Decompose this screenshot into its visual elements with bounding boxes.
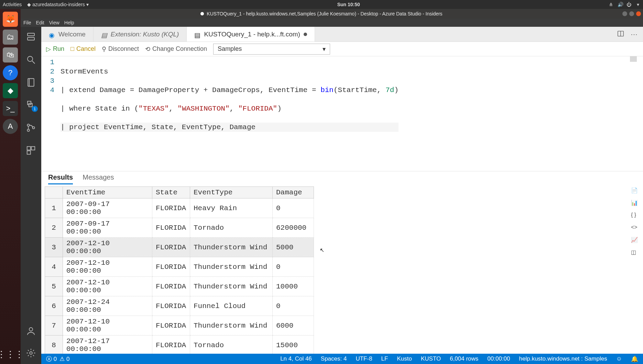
- cell-eventtime[interactable]: 2007-09-17 00:00:00: [63, 198, 152, 218]
- chart-icon[interactable]: 📈: [631, 237, 639, 244]
- cell-state[interactable]: FLORIDA: [152, 218, 190, 238]
- cell-state[interactable]: FLORIDA: [152, 296, 190, 316]
- menu-file[interactable]: File: [23, 20, 31, 25]
- status-warnings[interactable]: ⚠ 0: [59, 355, 69, 363]
- cell-damage[interactable]: 6000: [273, 316, 314, 335]
- cell-eventtime[interactable]: 2007-12-10 00:00:00: [63, 238, 152, 257]
- power-icon[interactable]: ⏻: [626, 2, 631, 7]
- status-language[interactable]: Kusto: [397, 355, 412, 362]
- cell-eventtype[interactable]: Thunderstorm Wind: [190, 277, 273, 296]
- explorer-icon[interactable]: 1: [25, 99, 37, 111]
- cell-eventtype[interactable]: Funnel Cloud: [190, 296, 273, 316]
- cell-state[interactable]: FLORIDA: [152, 198, 190, 218]
- cell-damage[interactable]: 0: [273, 198, 314, 218]
- cell-damage[interactable]: 15000: [273, 335, 314, 354]
- app-menu[interactable]: ◆ azuredatastudio-insiders ▾: [27, 2, 88, 7]
- panel-caret-icon[interactable]: ▾: [635, 2, 640, 7]
- visualizer-icon[interactable]: ◫: [631, 249, 639, 257]
- cell-eventtime[interactable]: 2007-12-10 00:00:00: [63, 316, 152, 335]
- cell-eventtype[interactable]: Thunderstorm Wind: [190, 238, 273, 257]
- search-icon[interactable]: [25, 54, 37, 66]
- table-row[interactable]: 22007-09-17 00:00:00FLORIDATornado620000…: [45, 218, 314, 238]
- cell-eventtype[interactable]: Heavy Rain: [190, 198, 273, 218]
- notebooks-icon[interactable]: [25, 76, 37, 89]
- table-row[interactable]: 32007-12-10 00:00:00FLORIDAThunderstorm …: [45, 238, 314, 257]
- cell-damage[interactable]: 10000: [273, 277, 314, 296]
- status-indent[interactable]: Spaces: 4: [321, 355, 347, 362]
- status-encoding[interactable]: UTF-8: [356, 355, 372, 362]
- cell-eventtime[interactable]: 2007-12-17 00:00:00: [63, 335, 152, 354]
- status-eol[interactable]: LF: [381, 355, 388, 362]
- window-minimize-button[interactable]: [622, 11, 627, 16]
- results-grid-wrap[interactable]: EventTime State EventType Damage 12007-0…: [41, 184, 314, 354]
- menu-help[interactable]: Help: [64, 20, 74, 25]
- table-row[interactable]: 72007-12-10 00:00:00FLORIDAThunderstorm …: [45, 316, 314, 335]
- table-row[interactable]: 62007-12-24 00:00:00FLORIDAFunnel Cloud0: [45, 296, 314, 316]
- dock-updater[interactable]: A: [3, 119, 18, 134]
- table-row[interactable]: 12007-09-17 00:00:00FLORIDAHeavy Rain0: [45, 198, 314, 218]
- cell-eventtime[interactable]: 2007-12-10 00:00:00: [63, 257, 152, 277]
- servers-icon[interactable]: [25, 31, 37, 43]
- minimap[interactable]: [630, 56, 637, 62]
- window-maximize-button[interactable]: [629, 11, 634, 16]
- cell-eventtime[interactable]: 2007-12-10 00:00:00: [63, 277, 152, 296]
- status-bell-icon[interactable]: 🔔: [631, 355, 638, 363]
- status-errors[interactable]: ⓧ 0: [46, 355, 57, 363]
- dock-files[interactable]: 🗂: [3, 30, 18, 45]
- results-tab-results[interactable]: Results: [48, 173, 73, 184]
- dock-terminal[interactable]: >_: [3, 101, 18, 116]
- column-header-damage[interactable]: Damage: [273, 187, 314, 198]
- results-tab-messages[interactable]: Messages: [83, 173, 114, 184]
- dock-azure-data-studio[interactable]: ◆: [3, 83, 18, 98]
- tab-kusto-query[interactable]: ▤ KUSTOQuery_1 - help.k...ft.com): [187, 27, 315, 42]
- code-editor[interactable]: 1234 StormEvents | extend Damage = Damag…: [41, 56, 643, 171]
- settings-gear-icon[interactable]: [25, 347, 37, 359]
- table-row[interactable]: 42007-12-10 00:00:00FLORIDAThunderstorm …: [45, 257, 314, 277]
- status-cursor[interactable]: Ln 4, Col 46: [280, 355, 312, 362]
- panel-clock[interactable]: Sun 10:50: [89, 2, 609, 7]
- table-row[interactable]: 82007-12-17 00:00:00FLORIDATornado15000: [45, 335, 314, 354]
- cell-damage[interactable]: 6200000: [273, 218, 314, 238]
- menu-edit[interactable]: Edit: [36, 20, 44, 25]
- status-mode[interactable]: KUSTO: [421, 355, 441, 362]
- save-csv-icon[interactable]: 📄: [631, 187, 639, 195]
- save-excel-icon[interactable]: 📊: [631, 200, 639, 207]
- cancel-button[interactable]: □ Cancel: [70, 45, 96, 53]
- save-xml-icon[interactable]: <>: [631, 224, 639, 232]
- save-json-icon[interactable]: { }: [631, 212, 639, 219]
- change-connection-button[interactable]: ⟲ Change Connection: [145, 45, 207, 53]
- tab-welcome[interactable]: ◉ Welcome: [41, 27, 94, 42]
- run-button[interactable]: ▷ Run: [46, 45, 64, 53]
- disconnect-button[interactable]: ⚲ Disconnect: [102, 45, 139, 53]
- window-close-button[interactable]: [636, 11, 641, 16]
- status-connection[interactable]: help.kusto.windows.net : Samples: [519, 355, 607, 362]
- cell-state[interactable]: FLORIDA: [152, 316, 190, 335]
- cell-eventtype[interactable]: Tornado: [190, 335, 273, 354]
- extensions-icon[interactable]: [25, 144, 37, 157]
- menu-view[interactable]: View: [49, 20, 59, 25]
- source-control-icon[interactable]: [25, 122, 37, 134]
- column-header-eventtype[interactable]: EventType: [190, 187, 273, 198]
- dock-show-apps[interactable]: ⋮⋮⋮: [0, 349, 24, 360]
- volume-icon[interactable]: 🔊: [618, 2, 622, 7]
- cell-damage[interactable]: 5000: [273, 238, 314, 257]
- column-header-eventtime[interactable]: EventTime: [63, 187, 152, 198]
- cell-damage[interactable]: 0: [273, 257, 314, 277]
- cell-state[interactable]: FLORIDA: [152, 257, 190, 277]
- cell-eventtime[interactable]: 2007-09-17 00:00:00: [63, 218, 152, 238]
- dock-firefox[interactable]: 🦊: [3, 12, 18, 27]
- cell-state[interactable]: FLORIDA: [152, 238, 190, 257]
- network-icon[interactable]: ⋔: [609, 2, 613, 7]
- database-select[interactable]: Samples ▾: [213, 44, 330, 55]
- table-row[interactable]: 52007-12-10 00:00:00FLORIDAThunderstorm …: [45, 277, 314, 296]
- cell-eventtime[interactable]: 2007-12-24 00:00:00: [63, 296, 152, 316]
- cell-state[interactable]: FLORIDA: [152, 277, 190, 296]
- cell-damage[interactable]: 0: [273, 296, 314, 316]
- split-editor-icon[interactable]: [617, 30, 624, 39]
- cell-eventtype[interactable]: Thunderstorm Wind: [190, 257, 273, 277]
- rownum-header[interactable]: [45, 187, 63, 198]
- cell-eventtype[interactable]: Tornado: [190, 218, 273, 238]
- tab-extension-kusto[interactable]: ▤ Extension: Kusto (KQL): [94, 27, 187, 42]
- dock-help[interactable]: ?: [3, 65, 18, 80]
- column-header-state[interactable]: State: [152, 187, 190, 198]
